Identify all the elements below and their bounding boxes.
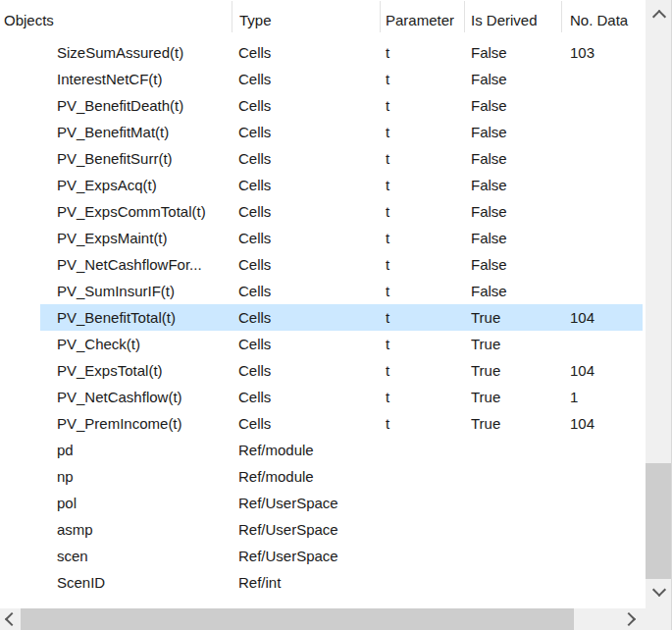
chevron-up-icon	[651, 9, 665, 23]
table-row[interactable]: pd Ref/module	[0, 437, 646, 463]
no-data-cell	[570, 490, 641, 516]
type-cell: Cells	[238, 384, 379, 410]
table-row[interactable]: pol Ref/UserSpace	[0, 490, 646, 516]
parameter-cell	[386, 516, 462, 543]
type-cell: Ref/module	[238, 437, 379, 463]
is-derived-cell: True	[471, 331, 559, 357]
object-name-cell: PV_NetCashflowFor...	[57, 251, 232, 278]
chevron-down-icon	[651, 582, 665, 596]
is-derived-cell: False	[471, 198, 559, 225]
column-header-is-derived[interactable]: Is Derived	[471, 0, 559, 39]
object-name-cell: PV_PremIncome(t)	[57, 410, 232, 437]
parameter-cell: t	[386, 410, 462, 437]
column-header-type[interactable]: Type	[239, 0, 377, 39]
type-cell: Cells	[238, 172, 379, 198]
column-header-parameter[interactable]: Parameter	[386, 0, 462, 39]
table-body: SizeSumAssured(t) Cells t False 103 Inte…	[0, 39, 646, 596]
type-cell: Ref/int	[238, 569, 379, 596]
type-cell: Cells	[238, 410, 379, 437]
no-data-cell	[570, 463, 641, 490]
table-row[interactable]: SizeSumAssured(t) Cells t False 103	[0, 39, 646, 66]
parameter-cell	[386, 490, 462, 516]
parameter-cell: t	[386, 39, 462, 66]
column-divider[interactable]	[561, 1, 562, 32]
object-name-cell: PV_NetCashflow(t)	[57, 384, 232, 410]
no-data-cell	[570, 569, 641, 596]
is-derived-cell: False	[471, 251, 559, 278]
parameter-cell: t	[386, 225, 462, 251]
is-derived-cell: True	[471, 384, 559, 410]
vertical-scrollbar-thumb[interactable]	[646, 463, 672, 579]
horizontal-scrollbar-thumb[interactable]	[21, 608, 574, 630]
is-derived-cell: False	[471, 66, 559, 92]
no-data-cell	[570, 331, 641, 357]
column-divider[interactable]	[380, 1, 381, 32]
table-row[interactable]: PV_PremIncome(t) Cells t True 104	[0, 410, 646, 437]
parameter-cell: t	[386, 384, 462, 410]
object-name-cell: InterestNetCF(t)	[57, 66, 232, 92]
table-row[interactable]: PV_NetCashflow(t) Cells t True 1	[0, 384, 646, 410]
table-row[interactable]: ScenID Ref/int	[0, 569, 646, 596]
scroll-left-button[interactable]	[0, 608, 20, 630]
object-name-cell: asmp	[57, 516, 232, 543]
table-row[interactable]: PV_SumInsurIF(t) Cells t False	[0, 278, 646, 304]
table-row[interactable]: np Ref/module	[0, 463, 646, 490]
object-name-cell: PV_BenefitDeath(t)	[57, 92, 232, 119]
object-name-cell: scen	[57, 543, 232, 569]
table-row[interactable]: PV_BenefitTotal(t) Cells t True 104	[0, 304, 646, 331]
object-name-cell: pol	[57, 490, 232, 516]
table-row[interactable]: InterestNetCF(t) Cells t False	[0, 66, 646, 92]
is-derived-cell: False	[471, 172, 559, 198]
table-row[interactable]: PV_ExpsCommTotal(t) Cells t False	[0, 198, 646, 225]
table-row[interactable]: PV_ExpsMaint(t) Cells t False	[0, 225, 646, 251]
table-row[interactable]: PV_ExpsAcq(t) Cells t False	[0, 172, 646, 198]
is-derived-cell	[471, 490, 559, 516]
table-row[interactable]: PV_NetCashflowFor... Cells t False	[0, 251, 646, 278]
table-header: Objects Type Parameter Is Derived No. Da…	[0, 0, 646, 39]
parameter-cell: t	[386, 92, 462, 119]
object-name-cell: np	[57, 463, 232, 490]
type-cell: Cells	[238, 331, 379, 357]
object-name-cell: PV_BenefitMat(t)	[57, 119, 232, 145]
type-cell: Cells	[238, 145, 379, 172]
parameter-cell: t	[386, 172, 462, 198]
no-data-cell	[570, 225, 641, 251]
table-row[interactable]: PV_BenefitDeath(t) Cells t False	[0, 92, 646, 119]
vertical-scrollbar[interactable]	[646, 0, 672, 608]
is-derived-cell: True	[471, 410, 559, 437]
table-row[interactable]: PV_BenefitMat(t) Cells t False	[0, 119, 646, 145]
no-data-cell	[570, 251, 641, 278]
no-data-cell	[570, 516, 641, 543]
table-row[interactable]: asmp Ref/UserSpace	[0, 516, 646, 543]
table-row[interactable]: scen Ref/UserSpace	[0, 543, 646, 569]
no-data-cell: 104	[570, 304, 641, 331]
is-derived-cell: False	[471, 119, 559, 145]
table-row[interactable]: PV_BenefitSurr(t) Cells t False	[0, 145, 646, 172]
table-row[interactable]: PV_Check(t) Cells t True	[0, 331, 646, 357]
table-row[interactable]: PV_ExpsTotal(t) Cells t True 104	[0, 357, 646, 384]
type-cell: Cells	[238, 198, 379, 225]
column-header-objects[interactable]: Objects	[4, 0, 230, 39]
is-derived-cell	[471, 463, 559, 490]
scroll-down-button[interactable]	[646, 579, 672, 604]
scroll-up-button[interactable]	[646, 2, 672, 26]
horizontal-scrollbar[interactable]	[0, 608, 646, 630]
scroll-right-button[interactable]	[618, 608, 644, 630]
is-derived-cell: False	[471, 145, 559, 172]
type-cell: Cells	[238, 119, 379, 145]
type-cell: Ref/UserSpace	[238, 516, 379, 543]
column-divider[interactable]	[464, 1, 465, 32]
parameter-cell	[386, 543, 462, 569]
parameter-cell: t	[386, 331, 462, 357]
column-header-label: Type	[239, 12, 272, 28]
column-header-no-data[interactable]: No. Data	[570, 0, 641, 39]
is-derived-cell: False	[471, 278, 559, 304]
column-divider[interactable]	[232, 1, 233, 32]
no-data-cell: 103	[570, 39, 641, 66]
parameter-cell	[386, 569, 462, 596]
is-derived-cell: False	[471, 39, 559, 66]
type-cell: Ref/UserSpace	[238, 543, 379, 569]
type-cell: Cells	[238, 304, 379, 331]
parameter-cell	[386, 463, 462, 490]
type-cell: Ref/module	[238, 463, 379, 490]
